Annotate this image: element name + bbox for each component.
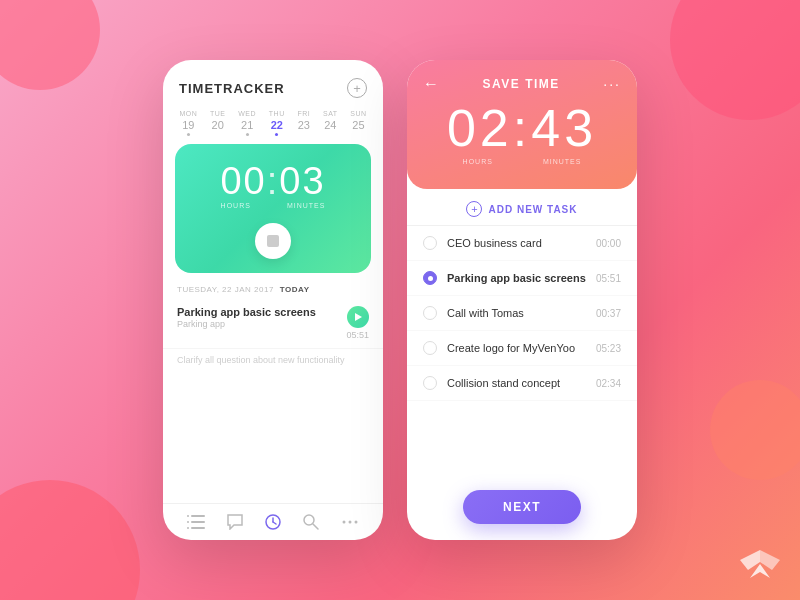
play-icon (355, 313, 362, 321)
svg-point-16 (354, 521, 357, 524)
bg-blob-top-left (0, 0, 100, 90)
calendar-day-19[interactable]: MON 19 (179, 110, 197, 136)
task-list: CEO business card 00:00 Parking app basi… (407, 226, 637, 478)
stop-button[interactable] (255, 223, 291, 259)
svg-rect-7 (191, 527, 205, 529)
nav-list-icon[interactable] (186, 514, 206, 530)
svg-rect-8 (187, 527, 189, 529)
nav-chat-icon[interactable] (225, 514, 245, 530)
task-time: 05:51 (346, 330, 369, 340)
radio-inner (428, 276, 433, 281)
rtask-time: 00:00 (596, 238, 621, 249)
big-timer-minutes: 43 (531, 99, 597, 157)
timer-hours: 00 (220, 160, 266, 202)
cal-dot (187, 133, 190, 136)
svg-point-15 (348, 521, 351, 524)
calendar-day-24[interactable]: SAT 24 (323, 110, 338, 136)
cal-day-num: 23 (298, 119, 310, 131)
svg-line-11 (273, 522, 276, 524)
app-title: TIMETRACKER (179, 81, 285, 96)
task-item[interactable]: Parking app basic screens Parking app 05… (163, 298, 383, 349)
nav-dots-icon[interactable] (340, 514, 360, 530)
radio-1 (423, 271, 437, 285)
svg-marker-0 (740, 550, 760, 570)
rtask-name: Parking app basic screens (447, 272, 586, 284)
big-hours-label: HOURS (463, 158, 493, 165)
task-note: Clarify all question about new functiona… (163, 349, 383, 375)
big-timer-display: 02:43 (423, 102, 621, 154)
cal-day-num: 22 (271, 119, 283, 131)
next-button-wrap: NEXT (407, 478, 637, 540)
svg-marker-1 (760, 550, 780, 570)
cal-day-name: FRI (297, 110, 310, 117)
task-list-item[interactable]: Collision stand concept 02:34 (407, 366, 637, 401)
timer-labels: HOURS MINUTES (221, 202, 326, 209)
cal-day-name: WED (238, 110, 256, 117)
svg-rect-5 (191, 521, 205, 523)
nav-search-icon[interactable] (301, 514, 321, 530)
task-name: Parking app basic screens (177, 306, 346, 318)
add-new-task-row[interactable]: + ADD NEW TASK (407, 189, 637, 226)
play-button[interactable] (347, 306, 369, 328)
timer-display: 00:03 (220, 162, 325, 200)
timer-block: 00:03 HOURS MINUTES (175, 144, 371, 273)
hours-label: HOURS (221, 202, 251, 209)
date-label: TUESDAY, 22 JAN 2017 (177, 285, 274, 294)
rtask-name: Collision stand concept (447, 377, 586, 389)
rtask-time: 02:34 (596, 378, 621, 389)
task-list-item[interactable]: CEO business card 00:00 (407, 226, 637, 261)
back-button[interactable]: ← (423, 76, 439, 92)
radio-0 (423, 236, 437, 250)
cal-day-name: SUN (350, 110, 366, 117)
timer-colon: : (267, 160, 280, 202)
left-card-header: TIMETRACKER + (163, 60, 383, 106)
cal-day-num: 21 (241, 119, 253, 131)
task-list-item[interactable]: Create logo for MyVenYoo 05:23 (407, 331, 637, 366)
task-actions: 05:51 (346, 306, 369, 340)
radio-2 (423, 306, 437, 320)
right-header-row: ← SAVE TIME ··· (423, 76, 621, 92)
calendar-day-20[interactable]: TUE 20 (210, 110, 226, 136)
calendar-week: MON 19 TUE 20 WED 21 THU 22 FRI 23 SAT 2… (163, 106, 383, 144)
bg-blob-right (710, 380, 800, 480)
add-task-icon: + (466, 201, 482, 217)
svg-rect-4 (187, 515, 189, 517)
left-phone-card: TIMETRACKER + MON 19 TUE 20 WED 21 THU 2… (163, 60, 383, 540)
bg-blob-top-right (670, 0, 800, 120)
task-list-item[interactable]: Parking app basic screens 05:51 (407, 261, 637, 296)
svg-rect-3 (191, 515, 205, 517)
rtask-name: Call with Tomas (447, 307, 586, 319)
rtask-time: 05:51 (596, 273, 621, 284)
stop-icon (267, 235, 279, 247)
task-subtitle: Parking app (177, 319, 346, 329)
cal-day-num: 19 (182, 119, 194, 131)
rtask-name: CEO business card (447, 237, 586, 249)
task-info: Parking app basic screens Parking app (177, 306, 346, 329)
calendar-day-23[interactable]: FRI 23 (297, 110, 310, 136)
calendar-day-25[interactable]: SUN 25 (350, 110, 366, 136)
rtask-time: 05:23 (596, 343, 621, 354)
cal-day-name: SAT (323, 110, 338, 117)
cal-dot (275, 133, 278, 136)
cal-day-num: 25 (352, 119, 364, 131)
bottom-nav (163, 503, 383, 540)
radio-3 (423, 341, 437, 355)
next-button[interactable]: NEXT (463, 490, 581, 524)
right-card-header: ← SAVE TIME ··· 02:43 HOURS MINUTES (407, 60, 637, 189)
big-timer-labels: HOURS MINUTES (423, 158, 621, 165)
calendar-day-22[interactable]: THU 22 (269, 110, 285, 136)
calendar-day-21[interactable]: WED 21 (238, 110, 256, 136)
add-button[interactable]: + (347, 78, 367, 98)
today-label: TODAY (280, 285, 310, 294)
svg-rect-6 (187, 521, 189, 523)
right-card-title: SAVE TIME (483, 77, 560, 91)
radio-4 (423, 376, 437, 390)
task-list-item[interactable]: Call with Tomas 00:37 (407, 296, 637, 331)
big-timer-colon: : (513, 99, 531, 157)
cal-day-name: MON (179, 110, 197, 117)
cal-day-num: 20 (212, 119, 224, 131)
brand-logo (740, 550, 780, 580)
nav-clock-icon[interactable] (263, 514, 283, 530)
more-options-button[interactable]: ··· (603, 76, 621, 92)
right-phone-card: ← SAVE TIME ··· 02:43 HOURS MINUTES + AD… (407, 60, 637, 540)
